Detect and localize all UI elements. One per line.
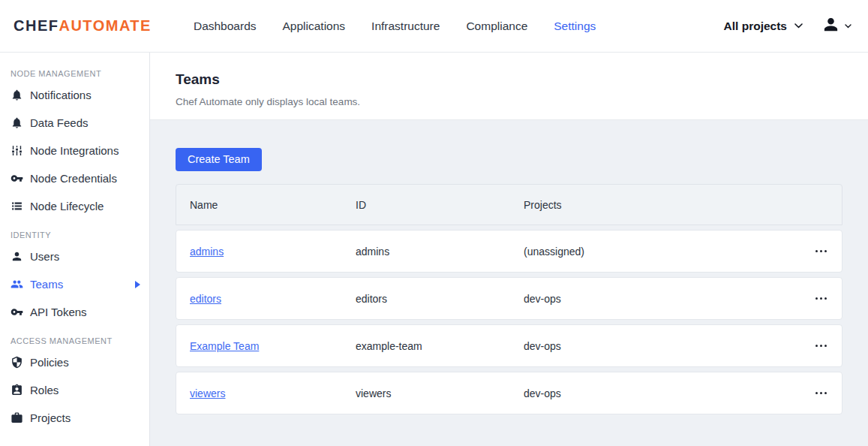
team-projects-cell: dev-ops bbox=[524, 293, 792, 305]
table-row: editors editors dev-ops bbox=[176, 277, 842, 320]
table-row: Example Team example-team dev-ops bbox=[176, 324, 842, 367]
sidebar-item-label: Node Credentials bbox=[30, 172, 117, 185]
row-actions-menu-icon[interactable] bbox=[814, 246, 828, 257]
logo-automate-text: AUTOMATE bbox=[59, 17, 151, 35]
sidebar-item-label: Node Integrations bbox=[30, 144, 119, 157]
sidebar-item-node-integrations[interactable]: Node Integrations bbox=[0, 137, 149, 164]
topbar-right: All projects bbox=[724, 16, 851, 36]
nav-dashboards[interactable]: Dashboards bbox=[194, 20, 257, 33]
sidebar-item-teams[interactable]: Teams bbox=[0, 270, 149, 298]
top-navigation-bar: CHEF AUTOMATE Dashboards Applications In… bbox=[0, 0, 868, 53]
chevron-down-icon bbox=[845, 24, 851, 29]
row-actions-menu-icon[interactable] bbox=[814, 293, 828, 304]
chevron-down-icon bbox=[794, 23, 803, 29]
bell-icon bbox=[11, 89, 23, 101]
group-icon bbox=[11, 278, 23, 291]
page-subtitle: Chef Automate only displays local teams. bbox=[176, 96, 842, 107]
bell-icon bbox=[11, 116, 23, 129]
team-name-link[interactable]: Example Team bbox=[190, 340, 259, 352]
row-actions-menu-icon[interactable] bbox=[814, 340, 828, 351]
page-title: Teams bbox=[176, 71, 842, 88]
app-body: NODE MANAGEMENT Notifications Data Feeds bbox=[0, 53, 868, 446]
column-header-id: ID bbox=[356, 199, 524, 211]
sidebar-item-label: Node Lifecycle bbox=[30, 200, 104, 212]
sidebar-group-node-management: NODE MANAGEMENT Notifications Data Feeds bbox=[0, 69, 149, 220]
team-id-cell: viewers bbox=[356, 387, 524, 399]
sidebar-item-api-tokens[interactable]: API Tokens bbox=[0, 298, 149, 326]
sidebar-group-label: ACCESS MANAGEMENT bbox=[11, 336, 149, 345]
column-header-projects: Projects bbox=[524, 199, 792, 211]
table-row: viewers viewers dev-ops bbox=[176, 372, 842, 414]
table-header-row: Name ID Projects bbox=[176, 184, 842, 225]
sidebar-group-label: IDENTITY bbox=[11, 231, 149, 240]
sidebar-group-label: NODE MANAGEMENT bbox=[11, 69, 149, 78]
table-row: admins admins (unassigned) bbox=[176, 230, 842, 273]
sidebar-item-label: API Tokens bbox=[30, 306, 87, 318]
sidebar-item-node-lifecycle[interactable]: Node Lifecycle bbox=[0, 192, 149, 220]
sidebar-item-policies[interactable]: Policies bbox=[0, 348, 149, 376]
page-header: Teams Chef Automate only displays local … bbox=[150, 53, 868, 120]
list-icon bbox=[11, 200, 23, 212]
sidebar-item-label: Projects bbox=[30, 411, 71, 424]
team-id-cell: admins bbox=[356, 246, 524, 258]
briefcase-icon bbox=[11, 411, 23, 424]
sidebar-item-users[interactable]: Users bbox=[0, 243, 149, 270]
team-name-link[interactable]: viewers bbox=[190, 387, 225, 399]
key-icon bbox=[11, 172, 23, 185]
team-name-link[interactable]: admins bbox=[190, 246, 224, 258]
sidebar-item-label: Roles bbox=[30, 384, 59, 396]
team-projects-cell: (unassigned) bbox=[524, 246, 792, 258]
sidebar-item-label: Policies bbox=[30, 356, 69, 369]
teams-content: Create Team Name ID Projects admins admi… bbox=[150, 120, 868, 446]
chef-automate-logo[interactable]: CHEF AUTOMATE bbox=[14, 17, 152, 35]
main-content: Teams Chef Automate only displays local … bbox=[150, 53, 868, 446]
sidebar-item-node-credentials[interactable]: Node Credentials bbox=[0, 164, 149, 192]
sidebar-group-identity: IDENTITY Users Teams bbox=[0, 231, 149, 326]
sidebar-item-notifications[interactable]: Notifications bbox=[0, 81, 149, 109]
team-id-cell: editors bbox=[356, 293, 524, 305]
logo-chef-text: CHEF bbox=[14, 17, 59, 35]
column-header-name: Name bbox=[190, 199, 356, 211]
settings-sidebar: NODE MANAGEMENT Notifications Data Feeds bbox=[0, 53, 150, 446]
user-menu[interactable] bbox=[822, 16, 851, 36]
badge-icon bbox=[11, 384, 23, 396]
user-avatar-icon bbox=[822, 16, 839, 36]
sidebar-item-data-feeds[interactable]: Data Feeds bbox=[0, 109, 149, 137]
key-icon bbox=[11, 306, 23, 318]
main-nav: Dashboards Applications Infrastructure C… bbox=[194, 20, 596, 33]
row-actions-menu-icon[interactable] bbox=[814, 387, 828, 399]
nav-settings[interactable]: Settings bbox=[554, 20, 596, 33]
sidebar-item-label: Data Feeds bbox=[30, 116, 89, 129]
chef-automate-app: CHEF AUTOMATE Dashboards Applications In… bbox=[0, 0, 868, 446]
projects-filter-label: All projects bbox=[724, 20, 787, 33]
sidebar-item-projects[interactable]: Projects bbox=[0, 404, 149, 432]
person-icon bbox=[11, 250, 23, 263]
nav-applications[interactable]: Applications bbox=[283, 20, 346, 33]
sliders-icon bbox=[11, 144, 23, 157]
expand-caret-icon[interactable] bbox=[135, 281, 140, 288]
team-name-link[interactable]: editors bbox=[190, 293, 221, 305]
nav-compliance[interactable]: Compliance bbox=[466, 20, 527, 33]
nav-infrastructure[interactable]: Infrastructure bbox=[371, 20, 440, 33]
team-projects-cell: dev-ops bbox=[524, 340, 792, 352]
teams-table: Name ID Projects admins admins (unassign… bbox=[176, 184, 842, 414]
projects-filter-dropdown[interactable]: All projects bbox=[724, 20, 803, 33]
sidebar-group-access-management: ACCESS MANAGEMENT Policies Roles bbox=[0, 336, 149, 432]
sidebar-item-label: Teams bbox=[30, 278, 63, 291]
sidebar-item-label: Users bbox=[30, 250, 59, 263]
sidebar-item-label: Notifications bbox=[30, 89, 92, 101]
create-team-button[interactable]: Create Team bbox=[176, 148, 262, 171]
team-id-cell: example-team bbox=[356, 340, 524, 352]
sidebar-item-roles[interactable]: Roles bbox=[0, 376, 149, 404]
team-projects-cell: dev-ops bbox=[524, 387, 792, 399]
shield-icon bbox=[11, 356, 23, 369]
